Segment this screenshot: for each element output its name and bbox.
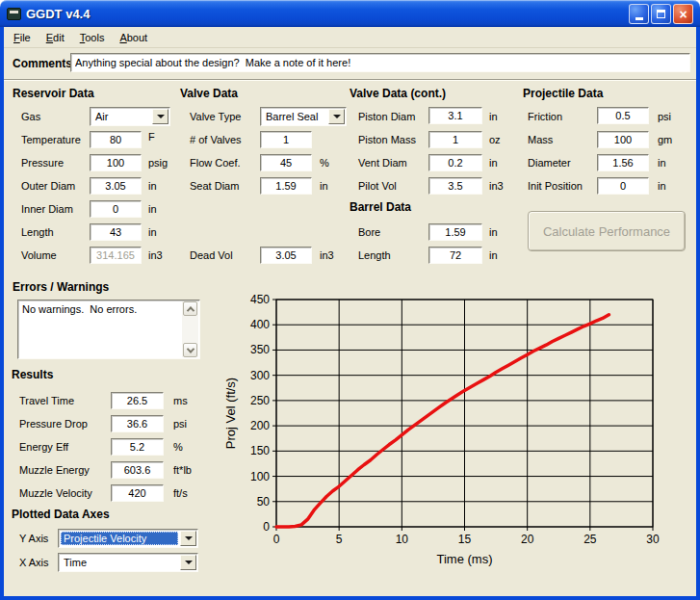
svg-text:25: 25 — [583, 533, 597, 546]
errors-text: No warnings. No errors. — [22, 303, 180, 315]
comments-label: Comments — [13, 57, 72, 70]
piston-mass-unit: oz — [489, 134, 501, 145]
init-position-input[interactable]: 0 — [597, 177, 649, 195]
bore-input[interactable]: 1.59 — [428, 223, 482, 241]
results-section-title: Results — [12, 368, 53, 381]
flow-coef-input[interactable]: 45 — [260, 154, 312, 171]
muzzle-velocity-label: Muzzle Velocity — [19, 487, 92, 499]
svg-text:50: 50 — [257, 495, 271, 509]
svg-text:20: 20 — [521, 533, 534, 546]
svg-text:400: 400 — [250, 318, 270, 331]
temperature-input[interactable]: 80 — [90, 131, 142, 148]
inner-diam-input[interactable]: 0 — [90, 200, 142, 218]
window-body: File Edit Tools About Comments Reservoir… — [0, 27, 700, 600]
proj-mass-input[interactable]: 100 — [597, 131, 649, 148]
seat-diam-label: Seat Diam — [190, 180, 239, 192]
svg-text:350: 350 — [250, 343, 270, 356]
svg-text:30: 30 — [646, 533, 660, 546]
inner-diam-unit: in — [148, 203, 157, 215]
piston-mass-label: Piston Mass — [358, 134, 416, 145]
errors-textarea[interactable]: No warnings. No errors. — [17, 300, 200, 359]
barrel-length-input[interactable]: 72 — [428, 247, 482, 264]
gas-combo[interactable]: Air — [90, 107, 170, 126]
volume-label: Volume — [21, 249, 57, 261]
y-axis-combo[interactable]: Projectile Velocity — [58, 529, 198, 548]
res-length-input[interactable]: 43 — [90, 223, 142, 241]
calculate-performance-button[interactable]: Calculate Performance — [528, 211, 686, 251]
menu-edit[interactable]: Edit — [39, 29, 72, 46]
friction-unit: psi — [658, 111, 671, 122]
outer-diam-label: Outer Diam — [21, 180, 75, 192]
travel-time-label: Travel Time — [19, 395, 74, 406]
piston-diam-unit: in — [489, 111, 498, 122]
performance-chart: 051015202530050100150200250300350400450T… — [221, 279, 693, 593]
scroll-down-button[interactable] — [183, 343, 197, 357]
temperature-label: Temperature — [21, 134, 81, 145]
chevron-down-icon — [333, 115, 341, 118]
seat-diam-unit: in — [320, 180, 328, 192]
maximize-button[interactable] — [651, 4, 671, 24]
x-axis-combo[interactable]: Time — [58, 553, 198, 572]
valve-type-combo[interactable]: Barrel Seal — [260, 107, 347, 126]
titlebar[interactable]: GGDT v4.4 × — [0, 0, 700, 27]
bore-unit: in — [489, 226, 498, 238]
chevron-down-icon — [186, 345, 194, 352]
num-valves-input[interactable]: 1 — [260, 131, 312, 148]
travel-time-unit: ms — [173, 395, 188, 406]
muzzle-energy-unit: ft*lb — [173, 464, 192, 476]
energy-eff-unit: % — [173, 441, 183, 453]
valve-type-label: Valve Type — [190, 111, 241, 122]
piston-mass-input[interactable]: 1 — [428, 131, 482, 148]
comments-input[interactable] — [70, 53, 690, 72]
outer-diam-input[interactable]: 3.05 — [90, 177, 142, 195]
proj-diameter-input[interactable]: 1.56 — [597, 154, 649, 171]
chevron-down-icon — [185, 561, 193, 564]
pressure-drop-unit: psi — [173, 418, 187, 430]
menu-about[interactable]: About — [112, 29, 155, 46]
svg-text:150: 150 — [250, 444, 270, 457]
num-valves-label: # of Valves — [190, 134, 242, 145]
svg-text:10: 10 — [396, 533, 409, 546]
close-button[interactable]: × — [673, 4, 693, 24]
pressure-drop-output: 36.6 — [111, 415, 164, 432]
dead-vol-input[interactable]: 3.05 — [260, 247, 312, 264]
muzzle-energy-output: 603.6 — [111, 461, 164, 479]
plotted-axes-section-title: Plotted Data Axes — [12, 508, 110, 521]
friction-input[interactable]: 0.5 — [597, 107, 649, 124]
pilot-vol-label: Pilot Vol — [358, 180, 397, 192]
minimize-button[interactable] — [629, 4, 649, 24]
muzzle-velocity-unit: ft/s — [173, 487, 188, 499]
temperature-unit: F — [148, 131, 155, 143]
pilot-vol-unit: in3 — [489, 180, 504, 192]
init-position-unit: in — [658, 180, 666, 192]
valve-section-title: Valve Data — [180, 87, 238, 100]
client-area: Comments Reservoir Data Valve Data Valve… — [4, 48, 696, 595]
svg-text:250: 250 — [250, 394, 270, 407]
chevron-down-icon — [157, 115, 165, 118]
seat-diam-input[interactable]: 1.59 — [260, 177, 312, 195]
travel-time-output: 26.5 — [111, 392, 164, 409]
menu-file[interactable]: File — [6, 29, 39, 46]
vent-diam-input[interactable]: 0.2 — [428, 154, 482, 171]
proj-mass-unit: gm — [658, 134, 672, 145]
muzzle-velocity-output: 420 — [111, 484, 164, 502]
valve-cont-section-title: Valve Data (cont.) — [350, 87, 446, 100]
res-length-label: Length — [21, 226, 54, 238]
pilot-vol-input[interactable]: 3.5 — [428, 177, 482, 195]
minimize-icon — [635, 17, 643, 20]
outer-diam-unit: in — [148, 180, 157, 192]
scroll-up-button[interactable] — [183, 301, 197, 316]
pressure-input[interactable]: 100 — [90, 154, 142, 171]
res-length-unit: in — [148, 226, 157, 238]
menu-tools[interactable]: Tools — [72, 29, 113, 46]
x-axis-label: X Axis — [19, 557, 49, 568]
window-title: GGDT v4.4 — [26, 7, 90, 21]
close-icon: × — [679, 8, 687, 21]
errors-scrollbar[interactable] — [182, 301, 198, 357]
dead-vol-label: Dead Vol — [190, 249, 233, 261]
reservoir-section-title: Reservoir Data — [13, 87, 94, 100]
vent-diam-label: Vent Diam — [358, 157, 407, 169]
piston-diam-input[interactable]: 3.1 — [428, 107, 482, 124]
svg-text:5: 5 — [336, 533, 343, 546]
proj-diameter-label: Diameter — [528, 157, 571, 169]
